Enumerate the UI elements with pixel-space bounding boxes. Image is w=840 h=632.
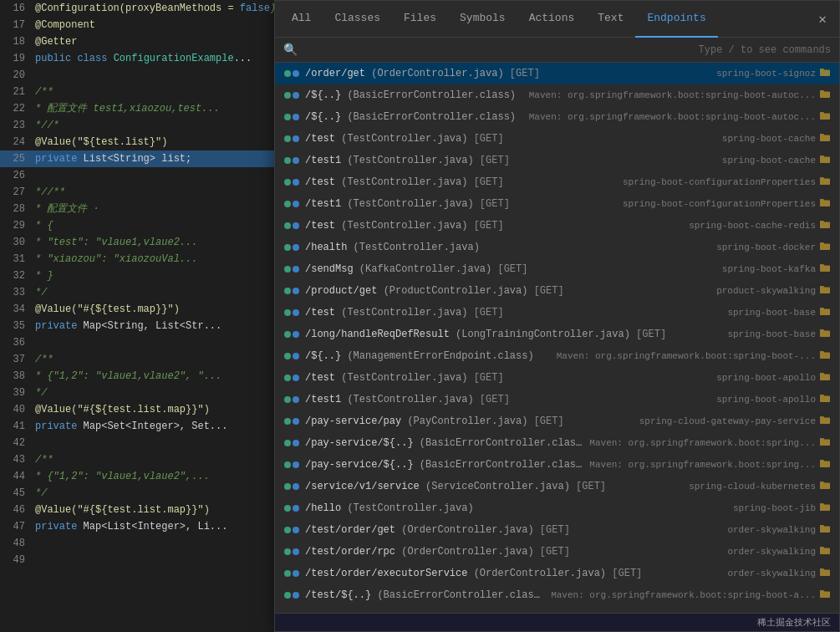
endpoint-icon [283, 435, 300, 451]
line-number: 29 [0, 217, 32, 234]
line-number: 48 [0, 535, 32, 552]
code-line: 48 [0, 535, 276, 552]
line-content: @Value("#{${test.list.map}}") [32, 401, 210, 418]
tab-symbols[interactable]: Symbols [448, 1, 517, 38]
folder-icon [816, 219, 831, 232]
line-number: 44 [0, 468, 32, 485]
code-line: 28 * 配置文件 · [0, 201, 276, 217]
endpoint-icon [283, 217, 300, 234]
tab-files[interactable]: Files [392, 1, 448, 38]
line-content: * "xiaozou": "xiaozouVal... [32, 251, 197, 268]
code-line: 43/** [0, 451, 276, 468]
result-source-label: spring-boot-cache-redis [689, 221, 816, 231]
line-content: @Configuration(proxyBeanMethods = false)… [32, 0, 276, 17]
list-item[interactable]: /pay-service/${..} (BasicErrorController… [275, 454, 839, 476]
tab-text[interactable]: Text [586, 1, 635, 38]
folder-icon [816, 262, 831, 276]
list-item[interactable]: /test/order/get (OrderController.java) [… [275, 519, 839, 541]
tab-classes[interactable]: Classes [323, 1, 392, 38]
code-line: 26 [0, 167, 276, 184]
result-source-label: spring-boot-base [727, 329, 816, 339]
folder-icon [816, 89, 831, 102]
list-item[interactable]: /test (TestController.java) [GET]spring-… [275, 171, 839, 193]
folder-icon [816, 545, 831, 558]
list-item[interactable]: /${..} (BasicErrorController.class)Maven… [275, 106, 839, 128]
line-number: 49 [0, 552, 32, 568]
tab-actions[interactable]: Actions [517, 1, 587, 38]
folder-icon [816, 154, 831, 167]
tab-endpoints[interactable]: Endpoints [635, 1, 717, 38]
line-content: private Map<List<Integer>, Li... [32, 518, 227, 535]
endpoint-icon [283, 87, 300, 104]
code-line: 32 * } [0, 268, 276, 284]
list-item[interactable]: /test/order/executorService (OrderContro… [275, 563, 839, 584]
list-item[interactable]: /service/v1/service (ServiceController.j… [275, 476, 839, 497]
line-number: 47 [0, 518, 32, 535]
endpoint-icon [283, 283, 300, 299]
line-content: * 配置文件 · [32, 201, 99, 217]
list-item[interactable]: /product/get (ProductController.java) [G… [275, 280, 839, 302]
endpoint-icon [283, 304, 300, 321]
folder-icon [816, 589, 831, 602]
list-item[interactable]: /pay-service/${..} (BasicErrorController… [275, 432, 839, 454]
list-item[interactable]: /test/order/rpc (OrderController.java) [… [275, 541, 839, 563]
code-line: 42 [0, 435, 276, 451]
line-content: /** [32, 84, 53, 100]
results-list[interactable]: /order/get (OrderController.java) [GET]s… [275, 63, 839, 613]
endpoint-icon [283, 370, 300, 386]
line-content: /** [32, 351, 53, 368]
line-content: public class ConfigurationExample... [32, 50, 252, 67]
line-content: @Value("#{${test.list.map}}") [32, 502, 210, 518]
folder-icon [816, 306, 831, 319]
search-input[interactable] [303, 43, 699, 56]
result-source-label: product-skywalking [716, 286, 816, 296]
list-item[interactable]: /test (TestController.java) [GET]spring-… [275, 215, 839, 237]
list-item[interactable]: /hello (TestController.java)spring-boot-… [275, 497, 839, 519]
line-number: 24 [0, 134, 32, 150]
code-line: 31 * "xiaozou": "xiaozouVal... [0, 251, 276, 268]
tab-all[interactable]: All [280, 1, 323, 38]
endpoint-icon [283, 565, 300, 582]
endpoint-icon [283, 413, 300, 430]
list-item[interactable]: /${..} (ManagementErrorEndpoint.class)Ma… [275, 345, 839, 367]
folder-icon [816, 241, 831, 254]
line-content: /** [32, 451, 53, 468]
line-number: 35 [0, 318, 32, 334]
code-line: 34@Value("#{${test.map}}") [0, 301, 276, 318]
folder-icon [816, 371, 831, 385]
line-number: 19 [0, 50, 32, 67]
line-number: 46 [0, 502, 32, 518]
line-content: * { [32, 217, 53, 234]
list-item[interactable]: /health (TestController.java)spring-boot… [275, 237, 839, 258]
list-item[interactable]: /test (TestController.java) [GET]spring-… [275, 128, 839, 150]
list-item[interactable]: /test1 (TestController.java) [GET]spring… [275, 389, 839, 410]
result-source-label: order-skywalking [727, 525, 816, 535]
list-item[interactable]: /order/get (OrderController.java) [GET]s… [275, 63, 839, 84]
list-item[interactable]: /sendMsg (KafkaController.java) [GET]spr… [275, 258, 839, 280]
list-item[interactable]: /test (TestController.java) [GET]spring-… [275, 302, 839, 324]
line-number: 36 [0, 334, 32, 351]
line-number: 39 [0, 385, 32, 401]
line-number: 41 [0, 418, 32, 435]
code-line: 23 *//* [0, 117, 276, 134]
list-item[interactable]: /test (TestController.java) [GET]spring-… [275, 367, 839, 389]
list-item[interactable]: /test1 (TestController.java) [GET]spring… [275, 150, 839, 171]
list-item[interactable]: /pay-service/pay (PayController.java) [G… [275, 410, 839, 432]
list-item[interactable]: /test1 (TestController.java) [GET]spring… [275, 193, 839, 215]
endpoint-icon [283, 587, 300, 604]
folder-icon [816, 393, 831, 406]
close-icon[interactable]: ✕ [811, 8, 834, 31]
result-source-label: spring-boot-cache [722, 134, 816, 144]
line-number: 40 [0, 401, 32, 418]
search-row: 🔍 Type / to see commands [275, 38, 839, 63]
list-item[interactable]: /test/${..} (BasicErrorController.class)… [275, 584, 839, 606]
line-content: private Map<String, List<Str... [32, 318, 221, 334]
endpoint-icon [283, 456, 300, 473]
result-source-label: spring-cloud-gateway-pay-service [639, 416, 816, 426]
list-item[interactable]: /${..} (BasicErrorController.class)Maven… [275, 84, 839, 106]
list-item[interactable]: /long/handleReqDefResult (LongTrainingCo… [275, 324, 839, 345]
code-line: 27*//** [0, 184, 276, 201]
result-source-label: spring-boot-kafka [722, 264, 816, 274]
result-source-label: order-skywalking [727, 547, 816, 557]
folder-icon [816, 176, 831, 189]
